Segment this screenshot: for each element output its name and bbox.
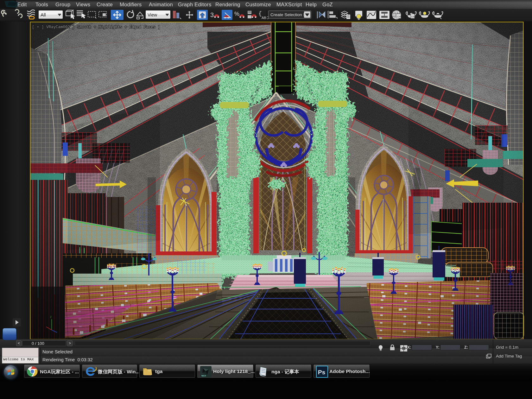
svg-text:All: All: [41, 12, 46, 17]
svg-text:CM: CM: [411, 15, 415, 18]
svg-text:View: View: [148, 12, 157, 17]
svg-text:Create Selection Se: Create Selection Se: [270, 12, 308, 17]
svg-text:3: 3: [210, 11, 214, 18]
svg-text:Ps: Ps: [318, 369, 325, 376]
svg-text:%: %: [234, 11, 239, 17]
svg-text:CM: CM: [397, 15, 401, 18]
svg-text:MAX: MAX: [201, 375, 206, 377]
svg-text:ABC: ABC: [262, 16, 269, 20]
